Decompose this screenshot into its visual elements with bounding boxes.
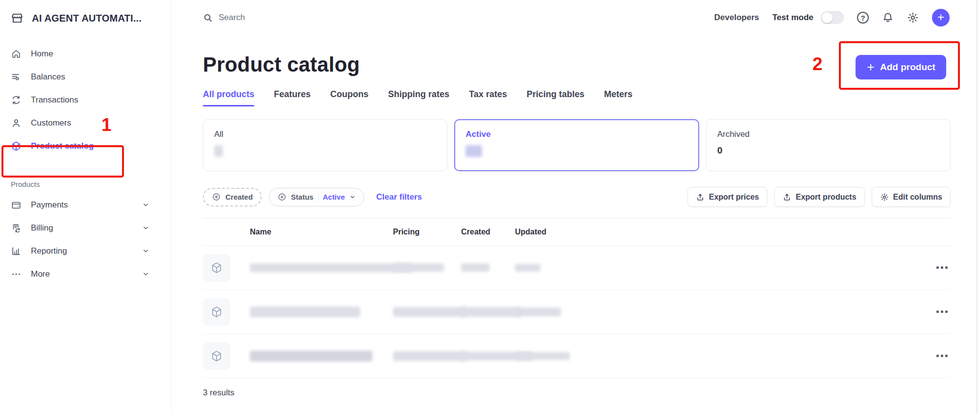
tab-meters[interactable]: Meters xyxy=(604,89,633,106)
divider xyxy=(318,193,318,202)
sidebar-item-label: Home xyxy=(31,49,53,59)
sidebar-section-label: Products xyxy=(0,180,171,188)
row-overflow-menu-icon[interactable] xyxy=(923,355,951,357)
search-input[interactable]: Search xyxy=(203,13,245,23)
tab-all-products[interactable]: All products xyxy=(203,89,254,106)
column-header-updated[interactable]: Updated xyxy=(515,228,923,236)
notifications-bell-icon[interactable] xyxy=(882,12,894,24)
stripe-dashboard: AI AGENT AUTOMATI... Home Balance xyxy=(0,0,980,413)
more-dots-icon xyxy=(11,269,22,280)
sidebar-item-more[interactable]: More xyxy=(0,262,171,285)
redacted-updated xyxy=(515,352,570,360)
reporting-icon xyxy=(11,246,22,257)
plus-icon xyxy=(866,63,875,72)
product-thumbnail xyxy=(203,342,230,370)
test-mode-toggle[interactable] xyxy=(821,11,844,24)
topbar: Search Developers Test mode ? + xyxy=(172,0,980,35)
redacted-updated xyxy=(515,308,561,316)
transactions-icon xyxy=(11,95,22,105)
sidebar-item-customers[interactable]: Customers xyxy=(0,111,171,134)
billing-icon xyxy=(11,223,22,233)
payments-icon xyxy=(11,200,22,210)
sidebar-item-label: Transactions xyxy=(31,95,78,105)
product-catalog-cube-icon xyxy=(11,141,22,152)
balances-icon xyxy=(11,72,22,82)
tab-pricing-tables[interactable]: Pricing tables xyxy=(527,89,585,106)
filter-row: Created Status Active Clear filters xyxy=(203,187,951,207)
edit-columns-button[interactable]: Edit columns xyxy=(872,187,951,207)
redacted-created xyxy=(461,307,521,317)
help-icon[interactable]: ? xyxy=(857,12,869,24)
chevron-down-icon xyxy=(142,224,149,232)
sidebar-nav-products: Payments Billing xyxy=(0,193,171,285)
clear-filters-link[interactable]: Clear filters xyxy=(376,192,422,202)
sidebar-item-label: Payments xyxy=(31,200,68,210)
customers-icon xyxy=(11,118,22,129)
filter-chip-created[interactable]: Created xyxy=(203,188,262,206)
search-placeholder: Search xyxy=(219,13,245,23)
redacted-value xyxy=(214,145,223,157)
column-header-name[interactable]: Name xyxy=(250,228,393,236)
scrollbar-track[interactable] xyxy=(977,0,978,413)
products-table: Name Pricing Created Updated xyxy=(203,218,951,398)
filter-chip-status[interactable]: Status Active xyxy=(269,188,364,206)
table-row[interactable] xyxy=(203,290,951,334)
sidebar-item-transactions[interactable]: Transactions xyxy=(0,88,171,111)
topbar-right: Developers Test mode ? + xyxy=(714,9,950,26)
sidebar-item-label: Product catalog xyxy=(31,141,94,151)
developers-link[interactable]: Developers xyxy=(714,13,760,23)
column-header-pricing[interactable]: Pricing xyxy=(393,228,461,236)
summary-card-all[interactable]: All xyxy=(203,119,447,171)
test-mode-label: Test mode xyxy=(772,13,813,23)
sidebar-item-product-catalog[interactable]: Product catalog xyxy=(0,134,171,157)
create-plus-avatar[interactable]: + xyxy=(932,9,950,26)
page-title: Product catalog xyxy=(203,53,951,77)
sidebar-item-reporting[interactable]: Reporting xyxy=(0,239,171,262)
redacted-pricing xyxy=(393,351,466,361)
chevron-down-icon xyxy=(142,201,149,208)
package-icon xyxy=(210,350,223,362)
toggle-knob xyxy=(822,12,833,23)
row-overflow-menu-icon[interactable] xyxy=(923,266,951,269)
gear-icon xyxy=(880,193,889,202)
tab-tax-rates[interactable]: Tax rates xyxy=(469,89,507,106)
home-icon xyxy=(11,49,22,59)
settings-gear-icon[interactable] xyxy=(907,12,919,24)
summary-cards: All Active Archived 0 xyxy=(203,119,951,171)
export-icon xyxy=(696,193,705,202)
redacted-updated xyxy=(515,264,540,272)
sidebar-item-label: More xyxy=(31,269,50,279)
tab-coupons[interactable]: Coupons xyxy=(330,89,368,106)
redacted-created xyxy=(461,263,490,272)
sidebar-item-home[interactable]: Home xyxy=(0,42,171,65)
summary-card-active[interactable]: Active xyxy=(454,119,699,171)
tab-shipping-rates[interactable]: Shipping rates xyxy=(388,89,449,106)
product-thumbnail xyxy=(203,298,230,326)
add-product-button[interactable]: Add product xyxy=(856,55,946,79)
sidebar-item-payments[interactable]: Payments xyxy=(0,193,171,216)
table-row[interactable] xyxy=(203,246,951,290)
redacted-value xyxy=(466,145,482,157)
table-row[interactable] xyxy=(203,334,951,378)
chevron-down-icon xyxy=(349,194,356,200)
sidebar-nav-main: Home Balances Transactio xyxy=(0,42,171,157)
row-overflow-menu-icon[interactable] xyxy=(923,310,951,313)
sidebar-item-billing[interactable]: Billing xyxy=(0,216,171,239)
storefront-icon xyxy=(11,12,24,25)
table-header-row: Name Pricing Created Updated xyxy=(203,218,951,246)
export-prices-button[interactable]: Export prices xyxy=(687,187,767,207)
sidebar-item-balances[interactable]: Balances xyxy=(0,65,171,88)
redacted-pricing xyxy=(393,263,444,272)
table-actions: Export prices Export products xyxy=(687,187,951,207)
redacted-name xyxy=(250,351,372,361)
column-header-created[interactable]: Created xyxy=(461,228,515,236)
summary-card-archived[interactable]: Archived 0 xyxy=(706,119,951,171)
circle-x-icon xyxy=(277,192,287,202)
tab-features[interactable]: Features xyxy=(274,89,311,106)
main-content: Product catalog All products Features Co… xyxy=(172,35,980,398)
search-icon xyxy=(203,13,213,23)
business-switcher[interactable]: AI AGENT AUTOMATI... xyxy=(0,0,171,29)
archived-count: 0 xyxy=(717,145,939,156)
export-products-button[interactable]: Export products xyxy=(774,187,865,207)
product-thumbnail xyxy=(203,254,230,282)
